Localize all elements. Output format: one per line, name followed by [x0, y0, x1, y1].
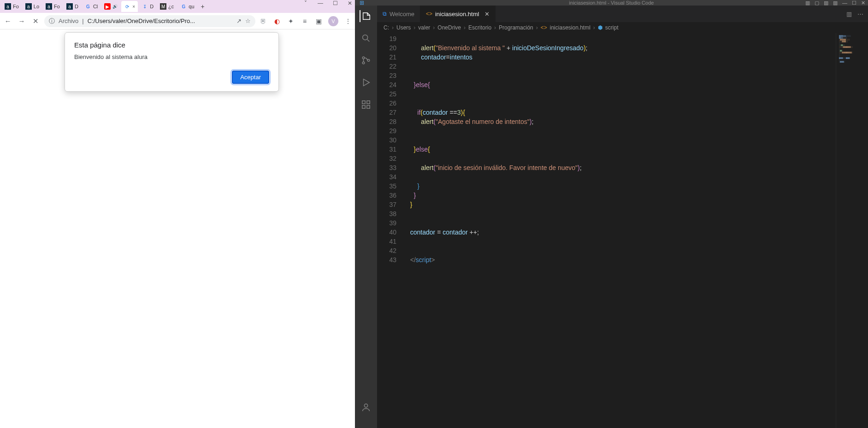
- accept-button[interactable]: Aceptar: [232, 70, 269, 84]
- reading-list-icon[interactable]: ≡: [301, 17, 309, 25]
- favicon-icon: a: [5, 3, 11, 10]
- new-tab-button[interactable]: +: [198, 3, 207, 10]
- adblock-icon[interactable]: ◐: [273, 17, 281, 25]
- svg-point-2: [362, 62, 365, 64]
- split-editor-icon[interactable]: ▥: [846, 11, 852, 18]
- breadcrumb-item[interactable]: Escritorio: [468, 24, 491, 31]
- breadcrumb-item[interactable]: C:: [384, 24, 389, 31]
- svg-rect-7: [367, 106, 370, 108]
- js-alert-dialog: Esta página dice Bienvenido al sistema a…: [65, 32, 279, 92]
- back-button[interactable]: ←: [3, 17, 13, 25]
- tab-label: D: [150, 4, 154, 9]
- editor-area: ⧉Welcome <>iniciasesion.html✕ ▥ ⋯ C:› Us…: [377, 6, 868, 428]
- favicon-icon: G: [85, 3, 91, 10]
- tab-label: Fo: [13, 4, 19, 9]
- layout-icon[interactable]: ▢: [815, 0, 819, 6]
- symbol-icon: ⬢: [598, 24, 602, 31]
- tab-file[interactable]: <>iniciasesion.html✕: [420, 6, 496, 22]
- browser-tab[interactable]: aLo: [23, 1, 42, 12]
- loading-icon: ⟳: [124, 3, 130, 10]
- alert-title: Esta página dice: [74, 41, 269, 49]
- tab-close-icon[interactable]: ×: [132, 4, 135, 9]
- browser-tab[interactable]: aFo: [2, 1, 22, 12]
- account-icon[interactable]: [360, 401, 372, 413]
- audio-icon: 🔊: [112, 4, 118, 9]
- avatar[interactable]: V: [328, 16, 338, 26]
- vscode-title: iniciasesion.html - Visual Studio Code: [569, 0, 654, 6]
- extensions-icon[interactable]: ✦: [287, 17, 295, 25]
- layout-icon[interactable]: ▥: [824, 0, 828, 6]
- side-panel-icon[interactable]: ▣: [314, 17, 323, 25]
- browser-tab[interactable]: aFo: [43, 1, 63, 12]
- layout-icon[interactable]: ▥: [805, 0, 810, 6]
- browser-tab[interactable]: aD: [64, 1, 81, 12]
- html-icon: <>: [541, 24, 547, 31]
- editor-tabs: ⧉Welcome <>iniciasesion.html✕ ▥ ⋯: [377, 6, 868, 22]
- browser-tab[interactable]: ▶🔊: [101, 1, 120, 12]
- separator: |: [82, 18, 83, 24]
- dropdown-icon[interactable]: ˅: [302, 0, 309, 6]
- download-icon: ↧: [142, 3, 148, 10]
- alert-actions: Aceptar: [74, 70, 269, 84]
- svg-rect-4: [362, 101, 365, 104]
- menu-icon[interactable]: ⋮: [344, 17, 352, 25]
- explorer-icon[interactable]: [360, 10, 372, 22]
- breadcrumb-item[interactable]: iniciasesion.html: [550, 24, 590, 31]
- breadcrumb-item[interactable]: script: [605, 24, 619, 31]
- browser-tab-active[interactable]: ⟳×: [121, 1, 138, 12]
- html-icon: <>: [426, 11, 432, 17]
- minimize-icon[interactable]: —: [317, 0, 324, 6]
- tab-welcome[interactable]: ⧉Welcome: [377, 6, 420, 22]
- tab-label: Lo: [34, 4, 39, 9]
- browser-tab[interactable]: GCl: [82, 1, 100, 12]
- forward-button[interactable]: →: [17, 17, 27, 25]
- favicon-icon: G: [180, 3, 187, 10]
- breadcrumb-item[interactable]: OneDrive: [437, 24, 461, 31]
- layout-icon[interactable]: ▥: [833, 0, 838, 6]
- chrome-window: aFo aLo aFo aD GCl ▶🔊 ⟳× ↧D M¿c Gqu + ˅ …: [0, 0, 355, 428]
- breadcrumb-item[interactable]: Users: [396, 24, 411, 31]
- tab-close-icon[interactable]: ✕: [484, 11, 490, 18]
- maximize-icon[interactable]: ☐: [332, 0, 338, 6]
- tab-strip: aFo aLo aFo aD GCl ▶🔊 ⟳× ↧D M¿c Gqu + ˅ …: [0, 0, 355, 13]
- activity-bar: [355, 6, 377, 428]
- breadcrumb-item[interactable]: Programación: [499, 24, 533, 31]
- breadcrumb[interactable]: C:› Users› valer› OneDrive› Escritorio› …: [377, 22, 868, 33]
- source-control-icon[interactable]: [360, 54, 372, 66]
- browser-tab[interactable]: Gqu: [177, 1, 197, 12]
- run-debug-icon[interactable]: [360, 76, 372, 88]
- vscode-icon: ⧉: [383, 11, 387, 17]
- minimap[interactable]: ████▓▓▓░░░░░ ██▓▓░░░░ ░██████░░░░ ░░░███…: [836, 33, 868, 428]
- more-icon[interactable]: ⋯: [857, 11, 863, 18]
- close-icon[interactable]: ✕: [861, 0, 865, 6]
- vscode-title-controls: ▥ ▢ ▥ ▥ — ☐ ✕: [805, 0, 865, 6]
- browser-tab[interactable]: ↧D: [139, 1, 156, 12]
- shield-icon[interactable]: ⛨: [259, 17, 267, 25]
- search-icon[interactable]: [360, 32, 372, 44]
- close-icon[interactable]: ✕: [347, 0, 353, 6]
- vscode-titlebar: ⊞ iniciasesion.html - Visual Studio Code…: [355, 0, 868, 6]
- browser-tab[interactable]: M¿c: [157, 1, 177, 12]
- favicon-icon: M: [160, 3, 166, 10]
- svg-rect-6: [362, 106, 365, 108]
- tab-label: D: [75, 4, 78, 9]
- vscode-body: ⧉Welcome <>iniciasesion.html✕ ▥ ⋯ C:› Us…: [355, 6, 868, 428]
- code-editor[interactable]: 1920212223242526272829303132333435363738…: [377, 33, 868, 428]
- tab-label: Cl: [93, 4, 98, 9]
- svg-point-3: [367, 59, 370, 62]
- vscode-logo-icon: ⊞: [360, 0, 364, 6]
- omnibox[interactable]: ⓘ Archivo | C:/Users/valer/OneDrive/Escr…: [44, 15, 255, 27]
- share-icon[interactable]: ↗: [236, 18, 242, 24]
- favicon-icon: a: [25, 3, 32, 10]
- star-icon[interactable]: ☆: [245, 18, 251, 24]
- maximize-icon[interactable]: ☐: [852, 0, 856, 6]
- page-viewport: Esta página dice Bienvenido al sistema a…: [0, 29, 355, 428]
- info-icon[interactable]: ⓘ: [49, 17, 55, 25]
- extensions-icon[interactable]: [360, 99, 372, 111]
- breadcrumb-item[interactable]: valer: [418, 24, 430, 31]
- svg-rect-5: [367, 101, 370, 104]
- stop-button[interactable]: ✕: [30, 17, 41, 25]
- minimize-icon[interactable]: —: [842, 0, 847, 6]
- code-content[interactable]: alert("Bienvenido al sistema " + inicioD…: [401, 33, 836, 428]
- toolbar-right: ⛨ ◐ ✦ ≡ ▣ V ⋮: [259, 16, 352, 26]
